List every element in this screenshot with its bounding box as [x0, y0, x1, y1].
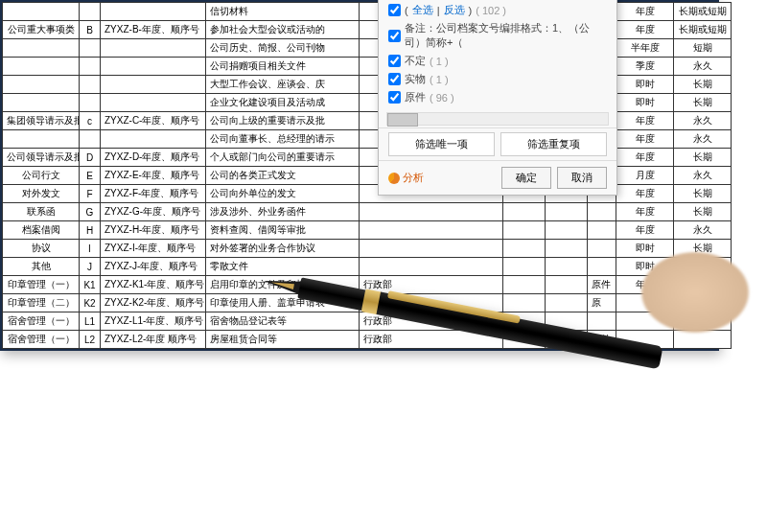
cell[interactable]: [546, 276, 588, 294]
cell[interactable]: 年度: [616, 203, 674, 221]
cell[interactable]: [3, 58, 80, 76]
cell[interactable]: 零散文件: [206, 258, 360, 276]
cell[interactable]: [3, 76, 80, 94]
horizontal-scrollbar[interactable]: [386, 112, 609, 126]
cell[interactable]: 其他: [3, 258, 80, 276]
cell[interactable]: 行政部: [360, 276, 503, 294]
cell[interactable]: [674, 276, 732, 294]
cell[interactable]: F: [80, 185, 101, 203]
cell[interactable]: 即时: [616, 76, 674, 94]
cell[interactable]: 半年度: [616, 39, 674, 58]
cell[interactable]: E: [80, 167, 101, 185]
cell[interactable]: 公司向外单位的发文: [206, 185, 360, 203]
cell[interactable]: 企业文化建设项目及活动成: [206, 94, 360, 112]
cell[interactable]: [80, 76, 101, 94]
cell[interactable]: K1: [80, 276, 101, 294]
cell[interactable]: 即时: [616, 94, 674, 112]
cell[interactable]: ZYXZ-H-年度、顺序号: [101, 221, 206, 240]
cell[interactable]: [546, 221, 588, 240]
cell[interactable]: 房屋租赁合同等: [206, 331, 360, 349]
cell[interactable]: 公司向上级的重要请示及批: [206, 112, 360, 130]
cell[interactable]: 公司重大事项类: [3, 21, 80, 39]
cell[interactable]: [588, 203, 616, 221]
cell[interactable]: 即时: [616, 258, 674, 276]
cell[interactable]: 永久: [674, 221, 732, 240]
cell[interactable]: 长期或短期: [674, 3, 732, 21]
note-checkbox[interactable]: [388, 30, 401, 42]
cell[interactable]: 永久: [674, 130, 732, 149]
cell[interactable]: [503, 240, 546, 258]
tab-unique[interactable]: 筛选唯一项: [388, 132, 495, 156]
option-checkbox[interactable]: [388, 73, 401, 85]
cell[interactable]: 即时: [616, 240, 674, 258]
cell[interactable]: ZYXZ-I-年度、顺序号: [101, 240, 206, 258]
cell[interactable]: 印章使用人册、盖章申请表: [206, 294, 360, 312]
cell[interactable]: [546, 294, 588, 312]
table-row[interactable]: 企业文化建设项目及活动成即时长期: [3, 94, 732, 112]
cell[interactable]: [674, 312, 732, 331]
cell[interactable]: [503, 221, 546, 240]
cell[interactable]: [360, 240, 503, 258]
cell[interactable]: [101, 130, 206, 149]
table-row[interactable]: 公司重大事项类BZYXZ-B-年度、顺序号参加社会大型会议或活动的年度长期或短期: [3, 21, 732, 39]
cell[interactable]: [101, 94, 206, 112]
cell[interactable]: 协议: [3, 240, 80, 258]
select-all-link[interactable]: 全选: [412, 3, 433, 17]
cell[interactable]: 启用印章的文件及印模: [206, 276, 360, 294]
filter-select-all-row[interactable]: (全选|反选) ( 102 ): [388, 1, 607, 19]
cell[interactable]: [503, 258, 546, 276]
cell[interactable]: [360, 221, 503, 240]
cell[interactable]: 长期: [674, 185, 732, 203]
cell[interactable]: ZYXZ-L2-年度 顺序号: [101, 331, 206, 349]
table-row[interactable]: 大型工作会议、座谈会、庆即时长期: [3, 76, 732, 94]
cell[interactable]: [3, 3, 80, 21]
table-row[interactable]: 宿舍管理（一）L1ZYXZ-L1-年度、顺序号宿舍物品登记表等行政部: [3, 312, 732, 331]
select-all-checkbox[interactable]: [388, 4, 401, 16]
cell[interactable]: [546, 203, 588, 221]
cell[interactable]: ZYXZ-G-年度、顺序号: [101, 203, 206, 221]
cell[interactable]: [503, 203, 546, 221]
cell[interactable]: [503, 312, 546, 331]
cell[interactable]: 年度: [616, 3, 674, 21]
ok-button[interactable]: 确定: [501, 167, 551, 189]
cell[interactable]: [3, 130, 80, 149]
cell[interactable]: 原件: [588, 276, 616, 294]
table-row[interactable]: 宿舍管理（一）L2ZYXZ-L2-年度 顺序号房屋租赁合同等行政部原件: [3, 331, 732, 349]
cell[interactable]: L2: [80, 331, 101, 349]
cell[interactable]: [616, 294, 674, 312]
cell[interactable]: J: [80, 258, 101, 276]
cell[interactable]: 印章管理（一）: [3, 276, 80, 294]
cell[interactable]: 行政部: [360, 294, 503, 312]
table-row[interactable]: 印章管理（二）K2ZYXZ-K2-年度、顺序号印章使用人册、盖章申请表行政部原: [3, 294, 732, 312]
cell[interactable]: 年度: [616, 149, 674, 167]
cell[interactable]: 短期: [674, 39, 732, 58]
cell[interactable]: 年度: [616, 276, 674, 294]
cell[interactable]: [101, 58, 206, 76]
cell[interactable]: 集团领导请示及批复: [3, 112, 80, 130]
cell[interactable]: [546, 331, 588, 349]
tab-duplicate[interactable]: 筛选重复项: [500, 132, 607, 156]
cell[interactable]: ZYXZ-B-年度、顺序号: [101, 21, 206, 39]
cell[interactable]: 对外签署的业务合作协议: [206, 240, 360, 258]
cell[interactable]: 永久: [674, 58, 732, 76]
option-checkbox[interactable]: [388, 55, 401, 67]
cell[interactable]: [80, 130, 101, 149]
cell[interactable]: G: [80, 203, 101, 221]
cell[interactable]: 长期: [674, 94, 732, 112]
cell[interactable]: [588, 312, 616, 331]
cell[interactable]: 公司的各类正式发文: [206, 167, 360, 185]
cell[interactable]: 联系函: [3, 203, 80, 221]
cell[interactable]: 原件: [588, 331, 616, 349]
cell[interactable]: [80, 58, 101, 76]
cell[interactable]: [101, 39, 206, 58]
cell[interactable]: 长期: [674, 240, 732, 258]
cell[interactable]: 年度: [616, 112, 674, 130]
filter-note-row[interactable]: 备注：公司档案文号编排格式：1、（公司）简称+（: [388, 19, 607, 52]
option-checkbox[interactable]: [388, 91, 401, 104]
table-row[interactable]: 联系函GZYXZ-G-年度、顺序号涉及涉外、外业务函件年度长期: [3, 203, 732, 221]
invert-link[interactable]: 反选: [444, 3, 465, 17]
cancel-button[interactable]: 取消: [557, 167, 607, 189]
cell[interactable]: 公司行文: [3, 167, 80, 185]
cell[interactable]: 长期: [674, 203, 732, 221]
cell[interactable]: ZYXZ-J-年度、顺序号: [101, 258, 206, 276]
